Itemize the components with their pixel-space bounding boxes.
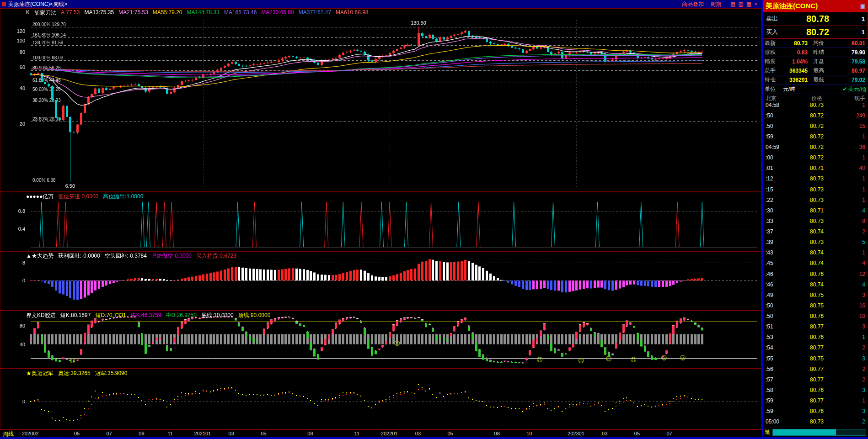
time-sales-row[interactable]: :5680.772 xyxy=(763,364,868,374)
tick-volume: 4 xyxy=(844,207,865,214)
tick-time: :50 xyxy=(766,302,789,309)
time-sales-list[interactable]: 04:5880.731:5080.72249:5080.7215:5980.72… xyxy=(763,100,868,427)
tick-price: 80.76 xyxy=(789,313,844,319)
tick-time: :30 xyxy=(766,207,789,214)
bid-ask-block: 卖出 80.78 1 买入 80.72 1 xyxy=(763,12,868,39)
quote-symbol-title: 美原油连(CONC) xyxy=(766,2,818,11)
time-sales-row[interactable]: :5180.773 xyxy=(763,322,868,332)
axis-tick-label: 03 xyxy=(415,431,421,436)
tick-time: :46 xyxy=(766,281,789,288)
tick-volume: 1 xyxy=(844,102,865,108)
tick-time: :58 xyxy=(766,387,789,393)
stat-value: 1.04% xyxy=(780,58,808,65)
title-bar: 美原油连(CONC)<周线> 商品叠加 周期 ▤▥▦× xyxy=(0,0,762,8)
time-sales-row[interactable]: :5780.772 xyxy=(763,374,868,385)
time-sales-row[interactable]: 05:0080.732 xyxy=(763,417,868,427)
time-sales-row[interactable]: :1280.731 xyxy=(763,174,868,184)
tick-price: 80.75 xyxy=(789,355,844,362)
tick-time: :15 xyxy=(766,186,789,193)
window-control-icon[interactable]: × xyxy=(754,1,757,7)
unit-yuan-per-ton[interactable]: 元/吨 xyxy=(783,85,795,93)
unit-row: 单位 元/吨 ✔美元/桶 xyxy=(763,85,868,94)
tick-time: :55 xyxy=(766,355,789,362)
candlestick-chart[interactable] xyxy=(0,9,761,191)
chart-toolbar: 商品叠加 周期 ▤▥▦× xyxy=(682,0,762,8)
axis-tick-label: 05 xyxy=(74,431,80,436)
tick-price: 80.73 xyxy=(789,186,844,193)
tick-volume: 2 xyxy=(844,344,865,351)
axis-tick-label: 08 xyxy=(307,431,313,436)
panel-toggle-icon[interactable]: ▣ xyxy=(860,3,865,9)
bid-row[interactable]: 买入 80.72 1 xyxy=(763,26,868,38)
tick-volume: 40 xyxy=(844,165,865,171)
time-sales-row[interactable]: :5580.753 xyxy=(763,353,868,364)
tick-volume: 3 xyxy=(844,408,865,414)
overlay-button[interactable]: 商品叠加 xyxy=(682,0,704,8)
time-sales-row[interactable]: :3780.742 xyxy=(763,227,868,237)
stat-label: 持仓 xyxy=(765,76,780,84)
time-sales-row[interactable]: :5980.771 xyxy=(763,396,868,406)
axis-tick-label: 05 xyxy=(634,431,640,436)
stat-value: 79.02 xyxy=(829,77,866,83)
time-sales-row[interactable]: :5080.7215 xyxy=(763,121,868,131)
time-sales-row[interactable]: :2280.731 xyxy=(763,195,868,205)
period-button[interactable]: 周期 xyxy=(710,0,721,8)
unit-usd-per-barrel-option[interactable]: ✔美元/桶 xyxy=(843,85,866,93)
time-sales-row[interactable]: 04:5880.731 xyxy=(763,100,868,110)
tick-time: :33 xyxy=(766,218,789,224)
tick-price: 80.72 xyxy=(789,123,844,129)
stat-label: 昨结 xyxy=(813,48,829,56)
time-sales-row[interactable]: :4680.7612 xyxy=(763,269,868,279)
scrollbar-thumb[interactable] xyxy=(773,429,836,435)
stat-value: 0.83 xyxy=(780,49,808,56)
time-sales-row[interactable]: :5080.7610 xyxy=(763,311,868,322)
time-sales-row[interactable]: :3980.735 xyxy=(763,237,868,248)
time-sales-row[interactable]: :3080.714 xyxy=(763,205,868,216)
tick-price: 80.73 xyxy=(789,239,844,245)
axis-tick-label: 202002 xyxy=(22,431,39,436)
window-control-icon[interactable]: ▦ xyxy=(746,1,751,7)
quote-stat-row: 持仓336291最低79.02 xyxy=(763,75,868,85)
time-sales-row[interactable]: :5080.72249 xyxy=(763,110,868,121)
stat-label: 最高 xyxy=(813,67,829,74)
time-sales-row[interactable]: :5080.7516 xyxy=(763,300,868,311)
time-sales-row[interactable]: :4980.753 xyxy=(763,290,868,300)
window-control-icon[interactable]: ▥ xyxy=(738,1,743,7)
axis-tick-label: 09 xyxy=(139,431,144,436)
time-sales-row[interactable]: :3380.738 xyxy=(763,216,868,226)
time-sales-row[interactable]: :5480.772 xyxy=(763,343,868,353)
time-sales-row[interactable]: :4680.744 xyxy=(763,279,868,290)
quote-stat-row: 幅度1.04%开盘79.58 xyxy=(763,57,868,66)
window-control-icon[interactable]: ▤ xyxy=(730,1,735,7)
tick-time: 04:58 xyxy=(766,102,789,108)
tick-price: 80.75 xyxy=(789,292,844,298)
quote-panel: 美原油连(CONC) ▣ 卖出 80.78 1 买入 80.72 1 最新80.… xyxy=(762,0,868,437)
time-sales-row[interactable]: :4380.741 xyxy=(763,248,868,258)
kd-indicator-chart[interactable] xyxy=(0,311,761,368)
daqushi-indicator-chart[interactable] xyxy=(0,252,761,310)
tick-price: 80.74 xyxy=(789,249,844,256)
tick-time: :49 xyxy=(766,292,789,298)
time-sales-row[interactable]: :0180.7140 xyxy=(763,163,868,174)
time-sales-row[interactable]: :4580.744 xyxy=(763,258,868,269)
time-sales-row[interactable]: :5980.763 xyxy=(763,406,868,417)
tick-time: :22 xyxy=(766,197,789,203)
time-sales-row[interactable]: :5980.721 xyxy=(763,131,868,142)
stat-label: 涨跌 xyxy=(765,48,780,56)
time-sales-row[interactable]: :1580.731 xyxy=(763,184,868,195)
tick-price: 80.76 xyxy=(789,271,844,277)
tick-price: 80.72 xyxy=(789,112,844,119)
time-sales-row[interactable]: :0080.721 xyxy=(763,153,868,163)
time-sales-row[interactable]: :5380.761 xyxy=(763,332,868,343)
time-sales-row[interactable]: :5880.763 xyxy=(763,385,868,395)
yiwan-indicator-chart[interactable] xyxy=(0,192,761,251)
tick-price: 80.72 xyxy=(789,144,844,150)
tick-volume: 3 xyxy=(844,387,865,393)
quote-stats: 最新80.73均价80.01涨跌0.83昨结79.90幅度1.04%开盘79.5… xyxy=(763,39,868,85)
time-sales-row[interactable]: 04:5980.7236 xyxy=(763,142,868,153)
stat-label: 总手 xyxy=(765,67,780,74)
tick-time: :46 xyxy=(766,271,789,277)
aoyun-indicator-chart[interactable] xyxy=(0,369,761,429)
ask-row[interactable]: 卖出 80.78 1 xyxy=(763,12,868,26)
scrollbar[interactable] xyxy=(772,429,866,436)
